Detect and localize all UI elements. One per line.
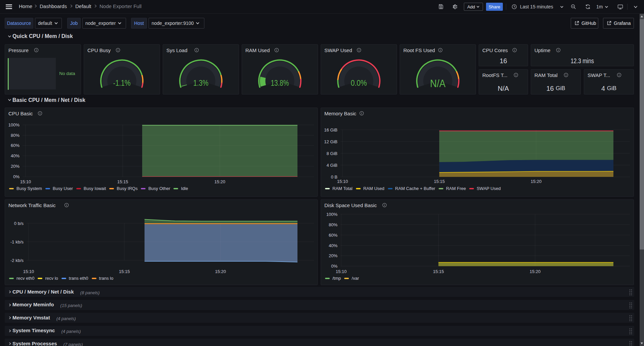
svg-text:12 GiB: 12 GiB bbox=[324, 139, 337, 144]
svg-text:-1.1%: -1.1% bbox=[113, 79, 131, 87]
svg-text:100%: 100% bbox=[326, 212, 338, 217]
svg-text:20%: 20% bbox=[11, 164, 19, 169]
svg-text:100%: 100% bbox=[8, 122, 20, 127]
svg-text:40%: 40% bbox=[329, 243, 337, 248]
svg-text:40%: 40% bbox=[11, 153, 19, 158]
svg-text:8 GiB: 8 GiB bbox=[326, 151, 337, 156]
svg-text:N/A: N/A bbox=[430, 78, 446, 89]
svg-text:13.8%: 13.8% bbox=[271, 79, 289, 87]
svg-text:0 B: 0 B bbox=[331, 175, 337, 180]
svg-text:0.0%: 0.0% bbox=[351, 79, 367, 87]
svg-text:80%: 80% bbox=[11, 133, 19, 138]
svg-text:-1 kb/s: -1 kb/s bbox=[10, 239, 24, 244]
svg-text:15:20: 15:20 bbox=[214, 179, 226, 184]
svg-text:15:20: 15:20 bbox=[215, 269, 226, 274]
svg-text:15:15: 15:15 bbox=[434, 179, 445, 184]
svg-text:1.3%: 1.3% bbox=[193, 79, 208, 87]
svg-text:-2 kb/s: -2 kb/s bbox=[10, 258, 24, 263]
svg-text:0%: 0% bbox=[331, 264, 337, 269]
svg-text:4 GiB: 4 GiB bbox=[326, 163, 337, 168]
svg-text:60%: 60% bbox=[11, 143, 19, 148]
svg-text:15:10: 15:10 bbox=[20, 179, 31, 184]
svg-text:0%: 0% bbox=[13, 174, 19, 179]
svg-text:16 GiB: 16 GiB bbox=[324, 127, 337, 132]
svg-text:15:20: 15:20 bbox=[531, 179, 542, 184]
svg-text:15:15: 15:15 bbox=[119, 269, 130, 274]
svg-text:15:15: 15:15 bbox=[433, 269, 444, 274]
svg-text:15:10: 15:10 bbox=[336, 269, 347, 274]
svg-text:15:15: 15:15 bbox=[117, 179, 128, 184]
svg-text:15:10: 15:10 bbox=[23, 269, 34, 274]
svg-text:0 b/s: 0 b/s bbox=[14, 221, 24, 226]
svg-text:20%: 20% bbox=[329, 253, 337, 258]
svg-text:80%: 80% bbox=[329, 222, 337, 227]
svg-text:60%: 60% bbox=[329, 233, 337, 238]
svg-text:15:20: 15:20 bbox=[530, 269, 541, 274]
svg-text:15:10: 15:10 bbox=[337, 179, 348, 184]
